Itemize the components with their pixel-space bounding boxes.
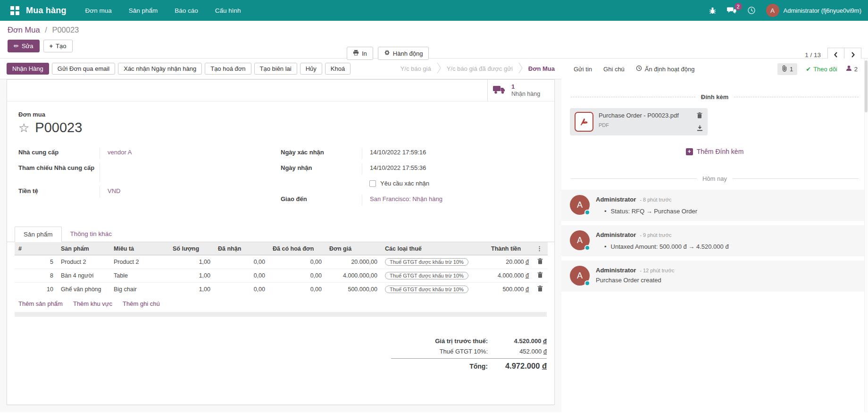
table-row[interactable]: 10 Ghế văn phòng Big chair 1,00 0,00 0,0…	[15, 283, 548, 296]
cell-quantity: 1,00	[169, 269, 214, 283]
vendor-value[interactable]: vendor A	[100, 148, 281, 159]
cell-sequence: 8	[15, 269, 57, 283]
col-product[interactable]: Sản phẩm	[57, 242, 110, 255]
stage-rfq[interactable]: Y/c báo giá	[401, 65, 431, 72]
scrollbar-thumb[interactable]	[865, 60, 868, 112]
cell-subtotal: 20.000 đ	[487, 255, 533, 269]
col-received[interactable]: Đã nhận	[214, 242, 269, 255]
cell-received: 0,00	[214, 255, 269, 269]
cell-unit-price: 4.000.000,00	[326, 269, 381, 283]
col-taxes[interactable]: Các loại thuế	[381, 242, 487, 255]
col-billed[interactable]: Đã có hoá đơn	[269, 242, 326, 255]
confirm-date-value[interactable]: 14/10/2022 17:59:16	[362, 148, 543, 159]
truck-icon	[492, 84, 507, 97]
table-row[interactable]: 5 Product 2 Product 2 1,00 0,00 0,00 20.…	[15, 255, 548, 269]
followers-button[interactable]: 2	[846, 65, 858, 73]
ask-confirmation-checkbox[interactable]	[369, 180, 376, 187]
message[interactable]: A Administrator - 9 phút trước •Untaxed …	[561, 225, 868, 256]
chatter-header: Gửi tin Ghi chú Ấn định hoạt động 1 ✔ Th…	[561, 59, 868, 79]
app-name[interactable]: Mua hàng	[26, 6, 67, 16]
action-button[interactable]: Hành động	[378, 47, 429, 60]
lock-button[interactable]: Khoá	[325, 63, 351, 75]
content: Nhận Hàng Gửi Đơn qua email Xác nhận Ngà…	[0, 59, 868, 412]
col-quantity[interactable]: Số lượng	[169, 242, 214, 255]
message-author[interactable]: Administrator	[596, 196, 636, 203]
stage-rfq-sent[interactable]: Y/c báo giá đã được gửi	[447, 65, 513, 72]
delete-row-icon[interactable]	[537, 272, 543, 278]
currency-value[interactable]: VND	[100, 186, 281, 198]
deliver-to-label: Giao đến	[281, 194, 362, 206]
send-message-button[interactable]: Gửi tin	[574, 66, 592, 73]
delete-row-icon[interactable]	[537, 286, 543, 292]
log-note-button[interactable]: Ghi chú	[603, 66, 625, 73]
add-attachment-button[interactable]: + Thêm Đính kèm	[561, 148, 868, 155]
add-product-link[interactable]: Thêm sản phẩm	[18, 300, 63, 307]
attachments-divider: Đính kèm	[561, 93, 868, 101]
cell-billed: 0,00	[269, 255, 326, 269]
favorite-star-icon[interactable]: ☆	[18, 122, 29, 134]
edit-button[interactable]: ✏Sửa	[8, 40, 40, 52]
create-button[interactable]: +Tạo	[43, 40, 73, 52]
add-note-link[interactable]: Thêm ghi chú	[123, 300, 160, 307]
user-menu[interactable]: A Administrator (fj6nyue0vi9m)	[766, 4, 861, 17]
optional-columns-icon[interactable]: ⋮	[536, 245, 542, 252]
create-receipt-button[interactable]: Tạo biên lai	[254, 63, 297, 75]
menu-don-mua[interactable]: Đơn mua	[85, 7, 112, 14]
message-author[interactable]: Administrator	[596, 267, 636, 274]
receipt-date-value[interactable]: 14/10/2022 17:55:36	[362, 163, 543, 175]
menu-cau-hinh[interactable]: Cấu hình	[215, 7, 241, 14]
attachment-card[interactable]: Purchase Order - P00023.pdf PDF	[570, 108, 708, 135]
cell-quantity: 1,00	[169, 255, 214, 269]
pager-count: 1 / 13	[805, 51, 821, 59]
schedule-activity-button[interactable]: Ấn định hoạt động	[636, 65, 695, 73]
tax-tag: Thuế GTGT được khấu trừ 10%	[385, 258, 468, 266]
add-section-link[interactable]: Thêm khu vực	[73, 300, 112, 307]
cancel-button[interactable]: Hủy	[300, 63, 322, 75]
download-attachment-icon[interactable]	[697, 125, 703, 131]
scrollbar[interactable]	[864, 59, 868, 412]
delete-attachment-icon[interactable]	[697, 112, 703, 118]
menu-bao-cao[interactable]: Báo cáo	[175, 7, 198, 14]
col-sequence[interactable]: #	[15, 242, 57, 255]
message[interactable]: A Administrator - 12 phút trước Purchase…	[561, 261, 868, 292]
clock-icon	[636, 65, 642, 73]
debug-bug-icon[interactable]	[709, 7, 717, 15]
vendor-ref-value[interactable]	[100, 163, 281, 182]
print-button[interactable]: In	[347, 47, 373, 60]
col-subtotal[interactable]: Thành tiền	[487, 242, 533, 255]
send-by-email-button[interactable]: Gửi Đơn qua email	[52, 63, 115, 75]
apps-grid-icon[interactable]	[10, 6, 19, 15]
receipt-smart-button[interactable]: 1 Nhận hàng	[487, 80, 554, 101]
attachments-button[interactable]: 1	[777, 63, 797, 75]
topbar: Mua hàng Đơn mua Sản phẩm Báo cáo Cấu hì…	[0, 0, 868, 21]
untaxed-amount-label: Giá trị trước thuế:	[435, 337, 488, 345]
activity-clock-icon[interactable]	[747, 6, 756, 15]
messages-icon[interactable]: 2	[727, 7, 737, 15]
notification-badge: 2	[734, 3, 742, 10]
message-time: - 8 phút trước	[640, 197, 671, 202]
receive-products-button[interactable]: Nhận Hàng	[7, 63, 49, 75]
deliver-to-value[interactable]: San Francisco: Nhận hàng	[362, 194, 543, 206]
col-unit-price[interactable]: Đơn giá	[326, 242, 381, 255]
attachment-type: PDF	[599, 122, 692, 128]
plus-square-icon: +	[686, 148, 693, 155]
table-row[interactable]: 8 Bàn 4 người Table 1,00 0,00 0,00 4.000…	[15, 269, 548, 283]
table-header-row: # Sản phẩm Miêu tả Số lượng Đã nhận Đã c…	[15, 242, 548, 255]
breadcrumb-parent[interactable]: Đơn Mua	[8, 25, 40, 34]
menu-san-pham[interactable]: Sản phẩm	[129, 7, 158, 14]
stage-purchase-order[interactable]: Đơn Mua	[528, 65, 555, 72]
tax-tag: Thuế GTGT được khấu trừ 10%	[385, 272, 468, 279]
cell-unit-price: 20.000,00	[326, 255, 381, 269]
message[interactable]: A Administrator - 8 phút trước •Status: …	[561, 190, 868, 221]
tab-products[interactable]: Sản phẩm	[15, 227, 62, 242]
create-bill-button[interactable]: Tạo hoá đơn	[205, 63, 251, 75]
avatar: A	[570, 230, 590, 250]
follow-button[interactable]: ✔ Theo dõi	[806, 66, 837, 73]
pdf-file-icon	[575, 112, 593, 132]
delete-row-icon[interactable]	[537, 258, 543, 264]
message-author[interactable]: Administrator	[596, 231, 636, 238]
tab-other-info[interactable]: Thông tin khác	[62, 227, 121, 242]
col-description[interactable]: Miêu tả	[110, 242, 169, 255]
confirm-receipt-date-button[interactable]: Xác nhận Ngày nhận hàng	[118, 63, 202, 75]
cell-received: 0,00	[214, 269, 269, 283]
